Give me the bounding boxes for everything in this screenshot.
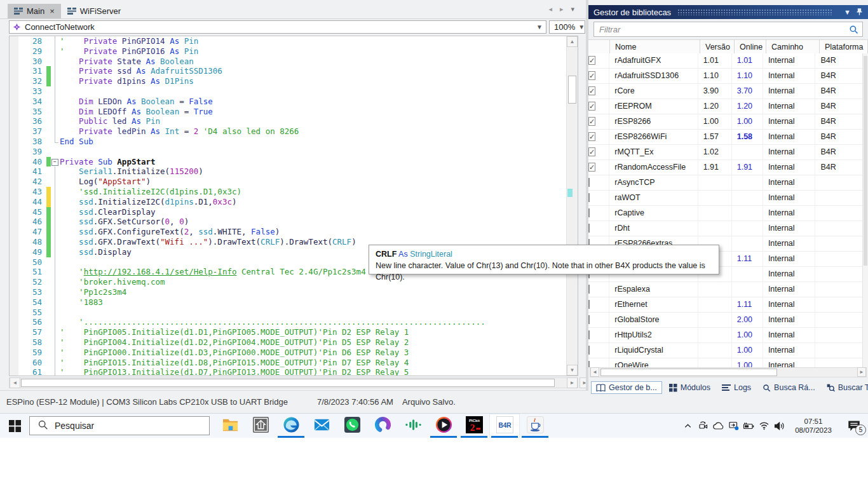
code-line-33[interactable]: 33 (10, 86, 578, 97)
library-checkbox[interactable] (588, 330, 590, 339)
code-line-55[interactable]: 55 (10, 308, 578, 318)
breakpoint-gutter[interactable] (10, 348, 18, 358)
library-checkbox[interactable]: ✓ (588, 147, 595, 156)
breakpoint-gutter[interactable] (10, 57, 18, 67)
breakpoint-gutter[interactable] (10, 207, 18, 217)
taskbar-app-b4r[interactable]: B4R (489, 414, 520, 438)
library-row-rEspalexa[interactable]: rEspalexaInternal (588, 282, 863, 297)
tray-meet-now-icon[interactable] (695, 414, 710, 438)
breakpoint-gutter[interactable] (10, 107, 18, 117)
breakpoint-gutter[interactable] (10, 197, 18, 207)
code-line-34[interactable]: 34 Dim LEDOn As Boolean = False (10, 97, 578, 107)
library-row-rESP8266WiFi[interactable]: ✓rESP8266WiFi1.571.58InternalB4R (588, 130, 863, 145)
library-row-rEthernet[interactable]: rEthernet1.11Internal (588, 297, 863, 313)
breakpoint-gutter[interactable] (10, 66, 18, 76)
taskbar-app-file-explorer[interactable] (215, 414, 245, 438)
nav-forward-icon[interactable]: ▸ (560, 5, 564, 13)
library-vertical-scrollbar[interactable] (862, 53, 868, 367)
library-checkbox[interactable] (588, 346, 590, 355)
library-row-rEEPROM[interactable]: ✓rEEPROM1.201.20InternalB4R (588, 99, 863, 114)
library-checkbox[interactable]: ✓ (588, 71, 595, 80)
code-line-61[interactable]: 61' PinGPIO13.Initialize(d1.D7,PinGPIO13… (10, 367, 578, 376)
code-line-45[interactable]: 45 ssd.ClearDisplay (10, 207, 578, 217)
library-row-rLiquidCrystal[interactable]: rLiquidCrystal1.00Internal (588, 343, 863, 358)
breakpoint-gutter[interactable] (10, 358, 18, 368)
breakpoint-gutter[interactable] (10, 337, 18, 348)
editor-vscroll-thumb[interactable] (568, 76, 576, 104)
library-row-rCore[interactable]: ✓rCore3.903.70InternalB4R (588, 84, 863, 99)
tray-onedrive-icon[interactable] (710, 414, 726, 438)
code-line-44[interactable]: 44 ssd.InitializeI2C(d1pins.D1,0x3c) (10, 197, 578, 207)
scroll-left-icon[interactable]: ◄ (10, 377, 20, 388)
breakpoint-gutter[interactable] (10, 137, 18, 147)
scroll-right-icon[interactable]: ► (857, 367, 866, 377)
breakpoint-gutter[interactable] (10, 308, 18, 318)
code-line-47[interactable]: 47 ssd.GFX.ConfigureText(2, ssd.WHITE, F… (10, 227, 578, 237)
breakpoint-gutter[interactable] (10, 97, 18, 107)
column-header-plataforma[interactable]: Plataforma (820, 40, 868, 54)
library-checkbox[interactable] (588, 193, 590, 202)
breakpoint-gutter[interactable] (10, 177, 18, 187)
library-vscroll-thumb[interactable] (864, 56, 867, 266)
column-header-online[interactable]: Online (735, 40, 766, 54)
breakpoint-gutter[interactable] (10, 157, 18, 167)
pin-icon[interactable] (856, 8, 863, 16)
breakpoint-gutter[interactable] (10, 367, 18, 376)
taskbar-app-office[interactable] (367, 414, 398, 438)
taskbar-app-whatsapp[interactable] (337, 414, 367, 438)
code-line-36[interactable]: 36 Public led As Pin (10, 116, 578, 126)
code-line-35[interactable]: 35 Dim LEDOff As Boolean = True (10, 107, 578, 117)
symbol-dropdown[interactable]: ConnectToNetwork ▼ (9, 20, 546, 34)
column-header-nome[interactable]: Nome (610, 40, 700, 54)
library-checkbox[interactable]: ✓ (588, 132, 595, 141)
panel-tab-módulos[interactable]: Módulos (665, 382, 715, 393)
taskbar-app-cad-tool[interactable] (245, 414, 276, 438)
tray-display-project-icon[interactable] (726, 414, 741, 438)
library-row-rMQTT_Ex[interactable]: ✓rMQTT_Ex1.02InternalB4R (588, 145, 863, 160)
library-row-raWOT[interactable]: raWOTInternal (588, 191, 863, 206)
panel-tab-buscartodas[interactable]: Buscar Todas... (822, 382, 868, 393)
code-line-41[interactable]: 41 Serial1.Initialize(115200) (10, 166, 578, 177)
code-line-53[interactable]: 53 'Pp1c2s3m4 (10, 287, 578, 297)
breakpoint-gutter[interactable] (10, 267, 18, 277)
code-line-28[interactable]: 28' Private PinGPIO14 As Pin (10, 36, 578, 46)
breakpoint-gutter[interactable] (10, 86, 18, 97)
scroll-down-icon[interactable]: ▼ (567, 365, 578, 376)
code-line-39[interactable]: 39 (10, 147, 578, 157)
library-checkbox[interactable] (588, 178, 590, 187)
filter-search-icon[interactable] (849, 25, 858, 34)
code-line-60[interactable]: 60' PinGPIO15.Initialize(d1.D8,PinGPIO15… (10, 358, 578, 368)
breakpoint-gutter[interactable] (10, 36, 18, 46)
editor-vertical-scrollbar[interactable]: ▲ ▼ (566, 36, 578, 376)
library-checkbox[interactable] (588, 361, 590, 367)
breakpoint-gutter[interactable] (10, 327, 18, 337)
breakpoint-gutter[interactable] (10, 227, 18, 237)
code-line-54[interactable]: 54 '1883 (10, 297, 578, 308)
breakpoint-gutter[interactable] (10, 257, 18, 268)
breakpoint-gutter[interactable] (10, 147, 18, 157)
code-line-58[interactable]: 58' PinGPIO04.Initialize(d1.D2,PinGPIO04… (10, 337, 578, 348)
library-checkbox[interactable]: ✓ (588, 56, 595, 65)
taskbar-search[interactable]: Pesquisar (29, 416, 210, 435)
breakpoint-gutter[interactable] (10, 166, 18, 177)
breakpoint-gutter[interactable] (10, 277, 18, 287)
code-line-46[interactable]: 46 ssd.GFX.SetCursor(0, 0) (10, 217, 578, 227)
breakpoint-gutter[interactable] (10, 297, 18, 308)
code-line-40[interactable]: 40−Private Sub AppStart (10, 157, 578, 167)
breakpoint-gutter[interactable] (10, 187, 18, 197)
breakpoint-gutter[interactable] (10, 76, 18, 86)
breakpoint-gutter[interactable] (10, 237, 18, 247)
library-checkbox[interactable] (588, 315, 590, 324)
library-row-rDht[interactable]: rDhtInternal (588, 221, 863, 236)
library-row-rAdafruitSSD1306[interactable]: ✓rAdafruitSSD13061.101.10InternalB4R (588, 69, 863, 84)
tray-battery-icon[interactable] (741, 414, 756, 438)
library-checkbox[interactable]: ✓ (588, 102, 595, 111)
code-editor[interactable]: 28' Private PinGPIO14 As Pin29' Private … (9, 36, 578, 376)
taskbar-app-edge[interactable] (276, 414, 306, 438)
code-line-57[interactable]: 57' PinGPIO05.Initialize(d1.D1,PinGPIO05… (10, 327, 578, 337)
breakpoint-gutter[interactable] (10, 46, 18, 57)
taskbar-clock[interactable]: 07:51 08/07/2023 (787, 417, 840, 435)
taskbar-app-pickit2[interactable]: PICkit2 (459, 414, 489, 438)
taskbar-app-media-player[interactable] (428, 414, 459, 438)
scroll-up-icon[interactable]: ▲ (567, 36, 578, 47)
